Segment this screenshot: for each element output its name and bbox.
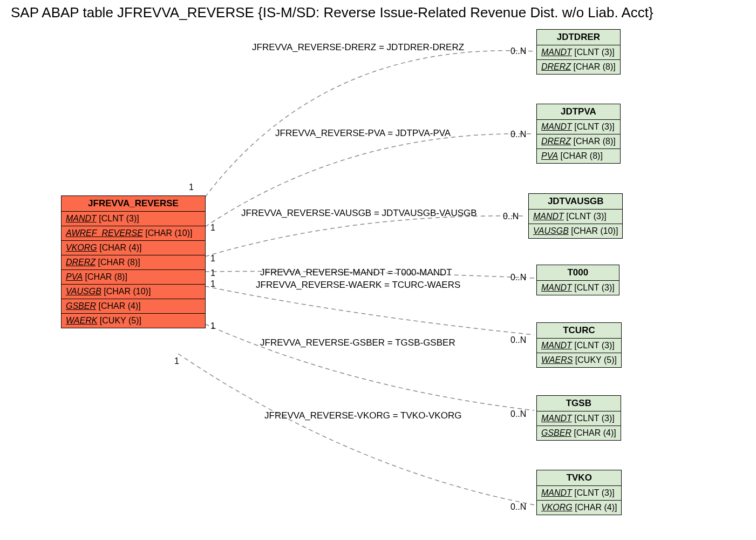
entity-header: JDTPVA [537, 104, 620, 120]
field-row: DRERZ [CHAR (8)] [537, 134, 620, 149]
cardinality-many: 0..N [510, 273, 526, 282]
cardinality-one: 1 [210, 254, 215, 264]
relationship-label: JFREVVA_REVERSE-DRERZ = JDTDRER-DRERZ [252, 42, 464, 53]
field-row: MANDT [CLNT (3)] [537, 281, 619, 295]
field-row: MANDT [CLNT (3)] [537, 120, 620, 134]
field-row: WAERK [CUKY (5)] [62, 314, 205, 328]
entity-header: TVKO [537, 470, 621, 486]
field-row: VKORG [CHAR (4)] [537, 501, 621, 515]
field-row: PVA [CHAR (8)] [537, 149, 620, 163]
entity-header: JDTDRER [537, 30, 620, 45]
entity-header: T000 [537, 265, 619, 281]
field-row: VAUSGB [CHAR (10)] [529, 224, 622, 238]
entity-tcurc: TCURC MANDT [CLNT (3)] WAERS [CUKY (5)] [536, 322, 622, 368]
field-row: DRERZ [CHAR (8)] [62, 255, 205, 270]
relationship-label: JFREVVA_REVERSE-MANDT = T000-MANDT [260, 267, 452, 278]
entity-jfrevva-reverse: JFREVVA_REVERSE MANDT [CLNT (3)] AWREF_R… [61, 195, 206, 328]
relationship-label: JFREVVA_REVERSE-WAERK = TCURC-WAERS [256, 280, 460, 291]
cardinality-many: 0..N [510, 130, 526, 139]
field-row: VAUSGB [CHAR (10)] [62, 285, 205, 299]
cardinality-many: 0..N [510, 502, 526, 512]
field-row: MANDT [CLNT (3)] [537, 411, 621, 426]
diagram-title: SAP ABAP table JFREVVA_REVERSE {IS-M/SD:… [11, 4, 653, 21]
cardinality-many: 0..N [510, 335, 526, 345]
entity-tgsb: TGSB MANDT [CLNT (3)] GSBER [CHAR (4)] [536, 395, 621, 441]
field-row: DRERZ [CHAR (8)] [537, 60, 620, 74]
field-row: GSBER [CHAR (4)] [62, 299, 205, 314]
entity-jdtdrer: JDTDRER MANDT [CLNT (3)] DRERZ [CHAR (8)… [536, 29, 621, 75]
cardinality-one: 1 [210, 279, 215, 289]
field-row: MANDT [CLNT (3)] [537, 45, 620, 60]
cardinality-one: 1 [210, 223, 215, 233]
relationship-label: JFREVVA_REVERSE-VAUSGB = JDTVAUSGB-VAUSG… [241, 208, 477, 219]
cardinality-many: 0..N [510, 46, 526, 56]
field-row: AWREF_REVERSE [CHAR (10)] [62, 226, 205, 241]
field-row: MANDT [CLNT (3)] [62, 212, 205, 226]
cardinality-one: 1 [174, 356, 179, 366]
field-row: PVA [CHAR (8)] [62, 270, 205, 285]
entity-t000: T000 MANDT [CLNT (3)] [536, 265, 619, 295]
relationship-label: JFREVVA_REVERSE-VKORG = TVKO-VKORG [264, 410, 461, 421]
cardinality-one: 1 [210, 321, 215, 331]
relationship-label: JFREVVA_REVERSE-GSBER = TGSB-GSBER [260, 338, 455, 348]
field-row: VKORG [CHAR (4)] [62, 241, 205, 255]
entity-header: JFREVVA_REVERSE [62, 196, 205, 212]
entity-jdtpva: JDTPVA MANDT [CLNT (3)] DRERZ [CHAR (8)]… [536, 104, 621, 164]
relationship-label: JFREVVA_REVERSE-PVA = JDTPVA-PVA [275, 128, 451, 139]
field-row: MANDT [CLNT (3)] [529, 210, 622, 224]
entity-header: TGSB [537, 396, 621, 411]
field-row: WAERS [CUKY (5)] [537, 353, 621, 367]
entity-tvko: TVKO MANDT [CLNT (3)] VKORG [CHAR (4)] [536, 470, 622, 515]
entity-jdtvausgb: JDTVAUSGB MANDT [CLNT (3)] VAUSGB [CHAR … [528, 193, 623, 239]
field-row: MANDT [CLNT (3)] [537, 339, 621, 353]
field-row: GSBER [CHAR (4)] [537, 426, 621, 440]
cardinality-one: 1 [189, 183, 194, 192]
entity-header: TCURC [537, 323, 621, 339]
cardinality-many: 0..N [503, 212, 519, 221]
field-row: MANDT [CLNT (3)] [537, 486, 621, 501]
cardinality-one: 1 [210, 268, 215, 278]
entity-header: JDTVAUSGB [529, 194, 622, 210]
cardinality-many: 0..N [510, 409, 526, 419]
